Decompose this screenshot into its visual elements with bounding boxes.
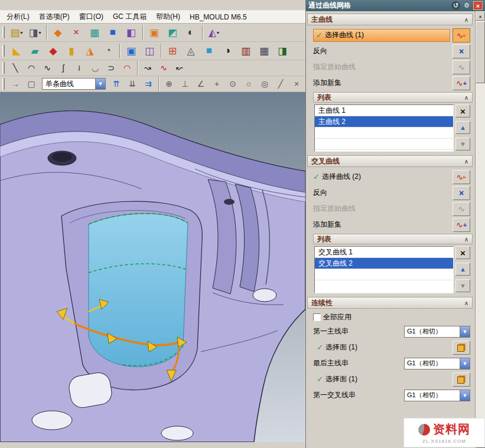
move-down-button[interactable]: ▼ bbox=[455, 138, 470, 151]
toolbar-icon[interactable]: ▣ bbox=[122, 42, 140, 59]
toolbar-icon[interactable]: ↜ bbox=[172, 61, 187, 75]
scrollbar-thumb[interactable] bbox=[476, 21, 485, 83]
toolbar-icon[interactable]: + bbox=[209, 77, 224, 91]
remove-item-button[interactable]: × bbox=[455, 104, 470, 117]
section-header-cross-curves[interactable]: 交叉曲线 ∧ bbox=[307, 155, 473, 167]
toolbar-grip[interactable] bbox=[2, 45, 5, 57]
toolbar-icon[interactable]: ◎ bbox=[257, 77, 272, 91]
toolbar-icon[interactable]: ▦ bbox=[255, 42, 273, 59]
toolbar-icon[interactable]: × bbox=[67, 24, 85, 41]
toolbar-icon[interactable]: ▦ bbox=[86, 24, 103, 41]
toolbar-icon[interactable]: ◆ bbox=[49, 24, 67, 41]
menu-item[interactable]: 分析(L) bbox=[2, 11, 34, 23]
chevron-up-icon[interactable]: ∧ bbox=[464, 17, 468, 23]
toolbar-icon[interactable]: ◠ bbox=[119, 61, 135, 75]
select-curve-highlight[interactable]: ✓ 选择曲线 (1) bbox=[313, 29, 450, 42]
list-header-primary[interactable]: 列表 ∧ bbox=[313, 92, 473, 103]
toolbar-icon[interactable]: ⇈ bbox=[109, 77, 124, 91]
chevron-down-icon[interactable]: ▼ bbox=[460, 358, 470, 369]
toolbar-icon[interactable]: ▥ bbox=[237, 42, 255, 59]
dialog-scrollbar[interactable]: ▴ ▾ bbox=[475, 11, 485, 448]
list-item-selected[interactable]: 主曲线 2 bbox=[315, 116, 453, 127]
toolbar-icon[interactable]: ╲ bbox=[8, 61, 23, 75]
list-item-empty[interactable] bbox=[315, 127, 453, 139]
toolbar-icon[interactable]: ʃ bbox=[56, 61, 71, 75]
move-down-button[interactable]: ▼ bbox=[455, 279, 470, 292]
move-up-button[interactable]: ▲ bbox=[455, 121, 470, 134]
toolbar-icon[interactable]: ◑ bbox=[219, 42, 236, 59]
section-header-continuity[interactable]: 连续性 ∧ bbox=[307, 297, 473, 309]
dropdown-arrow-icon[interactable]: ▾ bbox=[21, 30, 23, 35]
toolbar-icon[interactable]: ◮ bbox=[81, 42, 99, 59]
first-cross-dropdown[interactable]: G1（相切） ▼ bbox=[404, 390, 470, 401]
chevron-down-icon[interactable]: ▼ bbox=[95, 79, 105, 89]
toolbar-icon[interactable]: ◣ bbox=[8, 42, 25, 59]
toolbar-icon[interactable]: ◬ bbox=[182, 42, 200, 59]
graphics-viewport[interactable] bbox=[0, 92, 305, 442]
toolbar-grip[interactable] bbox=[2, 62, 5, 74]
toolbar-icon[interactable]: ⇊ bbox=[125, 77, 140, 91]
viewport-canvas[interactable] bbox=[0, 92, 305, 442]
toolbar-icon[interactable]: ■ bbox=[200, 42, 218, 59]
toolbar-icon[interactable]: ≀ bbox=[71, 61, 87, 75]
toolbar-icon[interactable]: ⊃ bbox=[103, 61, 119, 75]
list-item-selected[interactable]: 交叉曲线 2 bbox=[315, 258, 453, 269]
last-primary-dropdown[interactable]: G1（相切） ▼ bbox=[404, 358, 470, 369]
toolbar-icon[interactable]: ○ bbox=[241, 77, 256, 91]
reverse-direction-button[interactable]: × bbox=[453, 44, 470, 58]
add-new-set-button[interactable]: ∿ + bbox=[453, 76, 470, 90]
toolbar-icon[interactable]: ╱ bbox=[273, 77, 288, 91]
toolbar-icon[interactable]: ◨▾ bbox=[26, 24, 44, 41]
gear-icon[interactable]: ⚙ bbox=[462, 1, 471, 10]
toolbar-icon[interactable]: ∠ bbox=[193, 77, 209, 91]
toolbar-icon[interactable]: ▢ bbox=[24, 77, 39, 91]
select-face-button[interactable] bbox=[453, 341, 470, 355]
reverse-direction-button[interactable]: × bbox=[453, 186, 470, 200]
reset-icon[interactable]: ↺ bbox=[451, 1, 460, 10]
dialog-title-bar[interactable]: 通过曲线网格 ↺ ⚙ × bbox=[306, 0, 485, 11]
toolbar-icon[interactable]: ⇉ bbox=[141, 77, 156, 91]
menu-item[interactable]: 帮助(H) bbox=[152, 11, 184, 23]
toolbar-grip[interactable] bbox=[2, 78, 5, 90]
toolbar-icon[interactable]: ◫ bbox=[141, 42, 158, 59]
dropdown-arrow-icon[interactable]: ▾ bbox=[39, 30, 41, 35]
toolbar-icon[interactable]: ◔ bbox=[99, 42, 117, 59]
list-header-cross[interactable]: 列表 ∧ bbox=[313, 234, 473, 244]
curve-rule-combo[interactable]: 单条曲线 ▼ bbox=[42, 78, 106, 90]
toolbar-icon[interactable]: ◧ bbox=[122, 24, 140, 41]
list-item[interactable]: 交叉曲线 1 bbox=[315, 247, 453, 258]
chevron-up-icon[interactable]: ∧ bbox=[464, 94, 468, 101]
toolbar-icon[interactable]: ∿ bbox=[40, 61, 55, 75]
specify-origin-button[interactable]: ∿ bbox=[453, 202, 470, 216]
toolbar-icon[interactable]: ◠ bbox=[24, 61, 39, 75]
chevron-down-icon[interactable]: ▼ bbox=[460, 326, 470, 337]
toolbar-icon[interactable]: ◡ bbox=[87, 61, 103, 75]
move-up-button[interactable]: ▲ bbox=[455, 263, 470, 276]
toolbar-icon[interactable]: ◩ bbox=[164, 24, 181, 41]
chevron-up-icon[interactable]: ∧ bbox=[464, 300, 468, 306]
primary-curve-list[interactable]: 主曲线 1 主曲线 2 bbox=[314, 104, 454, 152]
select-curve-button[interactable]: ∿ ▸ bbox=[453, 170, 470, 184]
list-item-empty[interactable] bbox=[315, 269, 453, 280]
chevron-up-icon[interactable]: ∧ bbox=[464, 236, 468, 243]
select-curve-button[interactable]: ∿ ▸ bbox=[453, 28, 470, 42]
toolbar-icon[interactable]: ⊕ bbox=[161, 77, 177, 91]
scroll-up-button[interactable]: ▴ bbox=[476, 11, 485, 21]
toolbar-icon[interactable]: ⊞ bbox=[164, 42, 181, 59]
toolbar-icon[interactable]: ◐ bbox=[182, 24, 200, 41]
toolbar-icon[interactable]: ◨ bbox=[274, 42, 291, 59]
first-primary-dropdown[interactable]: G1（相切） ▼ bbox=[404, 326, 470, 338]
menu-item[interactable]: HB_MOULD M6.5 bbox=[185, 12, 251, 22]
menu-item[interactable]: GC 工具箱 bbox=[109, 11, 151, 23]
toolbar-icon[interactable]: ■ bbox=[104, 24, 122, 41]
chevron-up-icon[interactable]: ∧ bbox=[464, 158, 468, 165]
scrollbar-track[interactable] bbox=[476, 21, 485, 439]
toolbar-icon[interactable]: ▮ bbox=[63, 42, 80, 59]
close-icon[interactable]: × bbox=[473, 1, 483, 10]
toolbar-icon[interactable]: ◭▾ bbox=[205, 24, 223, 41]
chevron-down-icon[interactable]: ▼ bbox=[460, 390, 470, 401]
toolbar-icon[interactable]: ⊥ bbox=[177, 77, 193, 91]
select-face-button[interactable] bbox=[453, 372, 470, 387]
toolbar-icon[interactable]: × bbox=[289, 77, 304, 91]
dropdown-arrow-icon[interactable]: ▾ bbox=[217, 30, 219, 35]
